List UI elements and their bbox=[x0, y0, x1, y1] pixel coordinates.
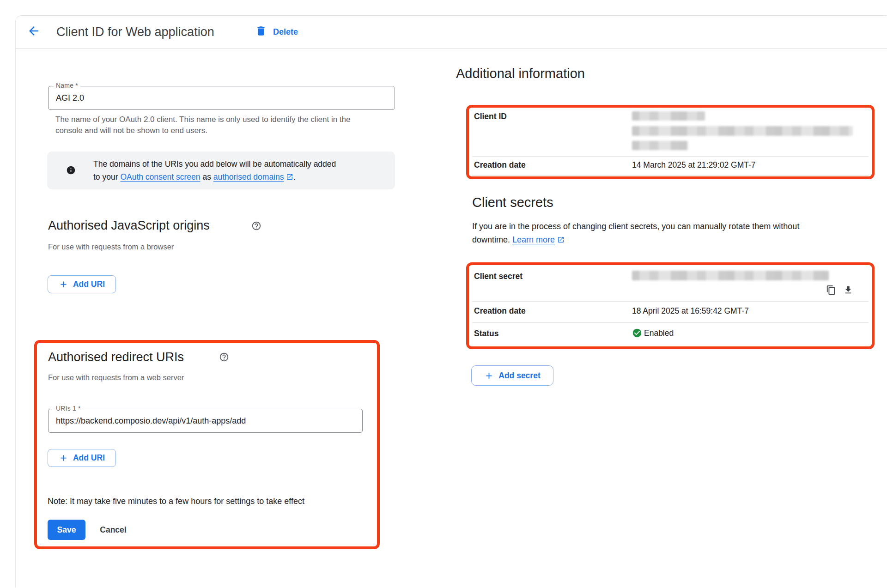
name-field[interactable]: Name * bbox=[48, 86, 395, 110]
delete-button[interactable]: Delete bbox=[255, 23, 298, 41]
js-origins-heading: Authorised JavaScript origins bbox=[48, 218, 210, 233]
name-helper-text: The name of your OAuth 2.0 client. This … bbox=[55, 114, 379, 136]
client-id-creation-date-value: 14 March 2025 at 21:29:02 GMT-7 bbox=[632, 160, 756, 170]
info-banner: The domains of the URIs you add below wi… bbox=[47, 152, 395, 189]
client-id-redacted-line-1 bbox=[632, 111, 705, 121]
cancel-button[interactable]: Cancel bbox=[95, 520, 132, 540]
status-value: Enabled bbox=[644, 328, 674, 338]
oauth-consent-screen-link[interactable]: OAuth consent screen bbox=[120, 172, 200, 182]
js-origins-subtitle: For use with requests from a browser bbox=[48, 242, 174, 251]
secret-creation-date-label: Creation date bbox=[474, 306, 526, 316]
authorised-domains-link[interactable]: authorised domains bbox=[213, 172, 284, 182]
uri-1-field[interactable]: URIs 1 * bbox=[48, 409, 363, 433]
redirect-uris-heading: Authorised redirect URIs bbox=[48, 350, 184, 365]
header-divider bbox=[16, 48, 887, 48]
additional-info-heading: Additional information bbox=[456, 66, 585, 81]
name-field-label: Name * bbox=[54, 82, 80, 89]
check-circle-icon bbox=[632, 328, 642, 338]
copy-icon bbox=[826, 285, 836, 297]
oauth-client-page: Client ID for Web application Delete Nam… bbox=[0, 0, 887, 588]
info-banner-text: The domains of the URIs you add below wi… bbox=[93, 158, 393, 184]
table-divider bbox=[472, 301, 869, 302]
info-icon bbox=[66, 165, 76, 177]
status-label: Status bbox=[474, 329, 498, 339]
status-badge: Enabled bbox=[632, 328, 674, 338]
save-button-label: Save bbox=[57, 525, 76, 535]
external-link-icon bbox=[557, 234, 565, 248]
uri-1-field-label: URIs 1 * bbox=[54, 405, 83, 412]
back-button[interactable] bbox=[26, 24, 42, 40]
table-divider bbox=[472, 322, 869, 323]
table-divider bbox=[472, 156, 869, 157]
name-input[interactable] bbox=[49, 86, 395, 109]
secret-creation-date-value: 18 April 2025 at 16:59:42 GMT-7 bbox=[632, 306, 749, 316]
client-secrets-heading: Client secrets bbox=[472, 195, 553, 210]
copy-secret-button[interactable] bbox=[825, 285, 838, 297]
client-id-creation-date-label: Creation date bbox=[474, 160, 526, 170]
settings-note: Note: It may take five minutes to a few … bbox=[48, 497, 304, 506]
save-button[interactable]: Save bbox=[48, 520, 85, 540]
redirect-uris-help-icon[interactable] bbox=[219, 352, 229, 364]
add-uri-button-origins[interactable]: Add URI bbox=[48, 275, 116, 293]
learn-more-link[interactable]: Learn more bbox=[512, 235, 555, 244]
client-id-redacted-line-3 bbox=[632, 141, 688, 150]
plus-icon bbox=[484, 371, 494, 381]
arrow-back-icon bbox=[27, 24, 41, 40]
add-uri-button-label: Add URI bbox=[73, 279, 105, 289]
add-secret-button[interactable]: Add secret bbox=[471, 365, 553, 386]
download-secret-button[interactable] bbox=[842, 285, 855, 297]
js-origins-help-icon[interactable] bbox=[251, 221, 261, 233]
client-id-redacted-line-2 bbox=[632, 126, 853, 136]
page-title: Client ID for Web application bbox=[56, 24, 214, 40]
client-secrets-description: If you are in the process of changing cl… bbox=[472, 220, 856, 248]
redirect-uris-subtitle: For use with requests from a web server bbox=[48, 373, 184, 382]
uri-1-input[interactable] bbox=[49, 409, 362, 432]
add-secret-button-label: Add secret bbox=[498, 371, 540, 381]
cancel-button-label: Cancel bbox=[100, 525, 126, 535]
add-uri-button-label: Add URI bbox=[73, 453, 105, 463]
client-id-label: Client ID bbox=[474, 112, 507, 121]
download-icon bbox=[843, 285, 853, 297]
delete-button-label: Delete bbox=[273, 27, 298, 37]
client-secret-redacted-value bbox=[632, 271, 829, 280]
trash-icon bbox=[255, 25, 267, 39]
external-link-icon bbox=[286, 171, 293, 184]
table-divider bbox=[472, 175, 869, 176]
add-uri-button-redirects[interactable]: Add URI bbox=[48, 449, 116, 467]
client-secret-label: Client secret bbox=[474, 272, 522, 281]
plus-icon bbox=[59, 279, 68, 289]
plus-icon bbox=[59, 453, 68, 463]
